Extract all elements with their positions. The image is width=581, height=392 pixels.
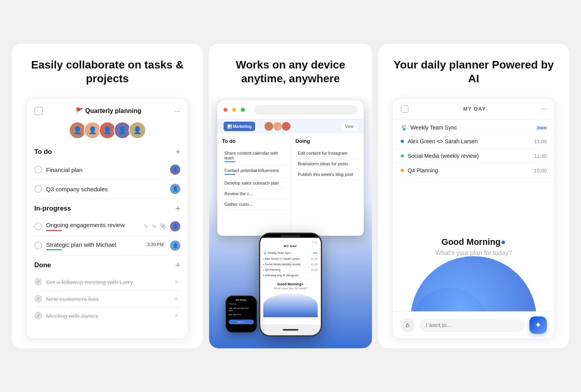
- watch-mockup: All Tasks Personal Talk with dad about t…: [226, 296, 257, 333]
- panel2-heading: Works on any device anytime, anywhere: [223, 58, 357, 85]
- panel1-heading: Easily collaborate on tasks & projects: [26, 58, 189, 85]
- phone-sub: What's your plan for today?: [263, 287, 318, 290]
- phone-item: • Interview Jing W (designer): [263, 273, 318, 278]
- task-item-done: New customers lists ✕: [34, 290, 180, 307]
- myday-input-bar: ⌂ ✦: [393, 311, 555, 338]
- desktop-task-item: Share content calendar with team: [222, 148, 286, 165]
- myday-greeting-text: Good Morning●: [442, 237, 506, 247]
- bubble-sphere-primary: [411, 256, 537, 311]
- task-circle[interactable]: [34, 185, 42, 193]
- task-badge: 3:30 PM: [144, 241, 166, 248]
- desktop-task-item: Publish this week's blog post: [296, 169, 359, 180]
- devices-screenshot: 📊 Marketing View To do Share content cal…: [209, 96, 372, 348]
- schedule-dot: [401, 140, 404, 143]
- window-maximize-dot: [241, 108, 245, 112]
- task-assignee: 👤: [170, 184, 180, 194]
- task-circle[interactable]: [34, 222, 42, 230]
- window-minimize-dot: [232, 108, 236, 112]
- ai-sparkle-button[interactable]: ✦: [529, 316, 547, 334]
- desktop-task-item: Contact potential influencers: [222, 165, 286, 178]
- remove-done-button[interactable]: ✕: [172, 278, 180, 286]
- meeting-icon: 📡: [401, 124, 407, 131]
- done-add-button[interactable]: +: [175, 260, 180, 270]
- myday-checkbox[interactable]: [401, 105, 409, 113]
- task-item: Ongoing engagements review ↻ ⇆ 📎 👤: [34, 217, 180, 236]
- done-section-header: Done +: [34, 260, 180, 270]
- join-button[interactable]: Join: [536, 125, 547, 131]
- task-label: Ongoing engagements review: [46, 222, 124, 228]
- phone-title: MY DAY: [263, 244, 318, 248]
- task-assignee: 👤: [170, 165, 180, 175]
- desktop-task-item: Edit content for Instagram: [296, 148, 359, 159]
- schedule-time: 11:30: [534, 153, 547, 159]
- remove-done-button[interactable]: ✕: [172, 295, 180, 303]
- task-app-menu-button[interactable]: ···: [174, 106, 181, 115]
- panel3-heading: Your daily planner Powered by AI: [392, 58, 555, 85]
- schedule-label: Alex Green <> Sarah Larsen: [408, 138, 534, 144]
- task-item: Financial plan 👤: [34, 160, 180, 179]
- task-circle[interactable]: [34, 166, 42, 174]
- panel-collaborate: Easily collaborate on tasks & projects 🚩…: [12, 44, 203, 348]
- phone-item: 📡 Weekly Team Sync Join: [263, 250, 318, 256]
- panel-devices: Works on any device anytime, anywhere 📊 …: [209, 44, 372, 348]
- myday-schedule-item: Alex Green <> Sarah Larsen 11:00: [393, 134, 555, 149]
- myday-topbar: MY DAY ···: [393, 98, 555, 120]
- task-circle[interactable]: [34, 242, 42, 250]
- desktop-todo-col: To do Share content calendar with team C…: [217, 133, 291, 236]
- avatar-5: 👤: [129, 122, 146, 139]
- schedule-label: Q4 Planning: [408, 167, 534, 174]
- main-container: Easily collaborate on tasks & projects 🚩…: [0, 32, 581, 360]
- collaborator-avatars: 👤 👤 👤 👤 👤: [34, 122, 180, 139]
- task-item-done: Meeting with James ✕: [34, 307, 180, 324]
- todo-add-button[interactable]: +: [175, 147, 180, 157]
- task-label: Q3 company schedules: [46, 186, 166, 192]
- desktop-task-item: Review the c...: [222, 189, 286, 199]
- task-assignee: 👤: [170, 221, 180, 231]
- panel2-header: Works on any device anytime, anywhere: [209, 44, 372, 96]
- myday-menu-button[interactable]: ···: [541, 105, 547, 113]
- desktop-task-item: Gather custo...: [222, 199, 286, 210]
- task-icons: ↻ ⇆ 📎: [144, 223, 166, 229]
- watch-item: jack about the...: [229, 312, 254, 316]
- myday-schedule-item: Q4 Planning 15:00: [393, 163, 555, 178]
- inprogress-add-button[interactable]: +: [175, 203, 180, 214]
- panel-planner: Your daily planner Powered by AI MY DAY …: [378, 44, 569, 348]
- task-assignee: 👤: [170, 240, 180, 251]
- desktop-col-title: Doing: [296, 138, 359, 144]
- watch-title: All Tasks: [229, 299, 254, 301]
- desktop-topbar: [217, 100, 364, 119]
- phone-home-indicator: [283, 329, 298, 331]
- bubble-sphere-secondary: [411, 288, 489, 311]
- desktop-kanban: To do Share content calendar with team C…: [217, 133, 364, 236]
- schedule-dot: [401, 154, 404, 157]
- phone-screen: 9:41 MY DAY 📡 Weekly Team Sync Join • Al…: [260, 238, 321, 324]
- ai-input[interactable]: [420, 318, 525, 332]
- todo-section-header: To do +: [34, 147, 180, 157]
- inprogress-section-header: In-progress +: [34, 203, 180, 214]
- phone-item: • Social Media (weekly review) 11:30: [263, 262, 318, 267]
- schedule-dot: [401, 169, 404, 172]
- task-app-checkbox[interactable]: [34, 107, 43, 115]
- remove-done-button[interactable]: ✕: [172, 312, 180, 320]
- attachment-icon: 📎: [160, 223, 166, 229]
- myday-sub-text: What's your plan for today?: [435, 250, 512, 257]
- task-app-title: 🚩 Quarterly planning: [76, 107, 141, 115]
- myday-meeting-row: 📡 Weekly Team Sync Join: [393, 120, 555, 134]
- meeting-label: Weekly Team Sync: [411, 124, 537, 131]
- desktop-task-item: Develop sales outreach plan: [222, 178, 286, 189]
- panel3-header: Your daily planner Powered by AI: [392, 58, 555, 85]
- task-label: Financial plan: [46, 166, 166, 173]
- home-button[interactable]: ⌂: [401, 318, 415, 332]
- phone-bottom-bar: [260, 324, 321, 335]
- desktop-doing-col: Doing Edit content for Instagram Brainst…: [291, 133, 364, 236]
- task-item: Strategic plan with Michael 3:30 PM 👤: [34, 236, 180, 255]
- phone-item: • Q4 Planning 15:00: [263, 267, 318, 273]
- todo-section-title: To do: [34, 148, 52, 156]
- desktop-mockup: 📊 Marketing View To do Share content cal…: [217, 100, 364, 236]
- task-app: 🚩 Quarterly planning ··· 👤 👤 👤 👤 👤 To do…: [26, 98, 189, 339]
- watch-item: Talk with dad about the tasks: [229, 306, 254, 312]
- greeting-dot: ●: [501, 237, 506, 247]
- task-item: Q3 company schedules 👤: [34, 179, 180, 199]
- task-label-done: Set a followup meeting with Larry: [46, 279, 168, 285]
- inprogress-section-title: In-progress: [34, 205, 71, 213]
